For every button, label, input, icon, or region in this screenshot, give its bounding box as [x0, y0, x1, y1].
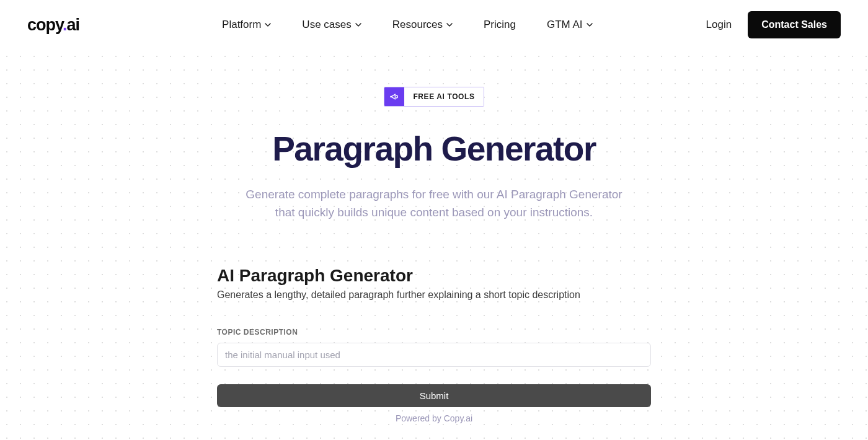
nav-platform[interactable]: Platform	[222, 19, 271, 31]
logo-part2: ai	[67, 15, 80, 34]
logo-part1: copy	[27, 15, 63, 34]
nav-use-cases[interactable]: Use cases	[302, 19, 361, 31]
nav-label: Platform	[222, 19, 261, 31]
submit-button[interactable]: Submit	[217, 384, 651, 407]
chevron-down-icon	[265, 22, 271, 28]
nav-label: Resources	[392, 19, 443, 31]
contact-sales-button[interactable]: Contact Sales	[748, 11, 841, 38]
tool-title: AI Paragraph Generator	[217, 266, 651, 286]
main-content: FREE AI TOOLS Paragraph Generator Genera…	[0, 50, 868, 423]
main-nav: Platform Use cases Resources Pricing GTM…	[222, 19, 593, 31]
header-actions: Login Contact Sales	[706, 11, 841, 38]
topic-input[interactable]	[217, 343, 651, 367]
login-link[interactable]: Login	[706, 19, 732, 31]
free-tools-badge[interactable]: FREE AI TOOLS	[384, 87, 484, 107]
nav-gtm-ai[interactable]: GTM AI	[547, 19, 593, 31]
tool-section: AI Paragraph Generator Generates a lengt…	[217, 266, 651, 423]
nav-pricing[interactable]: Pricing	[484, 19, 516, 31]
site-header: copy.ai Platform Use cases Resources Pri…	[0, 0, 868, 50]
nav-label: Pricing	[484, 19, 516, 31]
tool-description: Generates a lengthy, detailed paragraph …	[217, 289, 651, 301]
powered-by-label: Powered by Copy.ai	[217, 413, 651, 423]
topic-field-label: TOPIC DESCRIPTION	[217, 328, 651, 337]
page-subtitle: Generate complete paragraphs for free wi…	[236, 186, 632, 221]
badge-label: FREE AI TOOLS	[404, 87, 483, 106]
page-title: Paragraph Generator	[272, 129, 596, 169]
nav-resources[interactable]: Resources	[392, 19, 453, 31]
chevron-down-icon	[587, 22, 593, 28]
chevron-down-icon	[446, 22, 453, 28]
logo[interactable]: copy.ai	[27, 15, 79, 35]
nav-label: GTM AI	[547, 19, 583, 31]
megaphone-icon	[384, 87, 404, 106]
nav-label: Use cases	[302, 19, 351, 31]
chevron-down-icon	[355, 22, 361, 28]
